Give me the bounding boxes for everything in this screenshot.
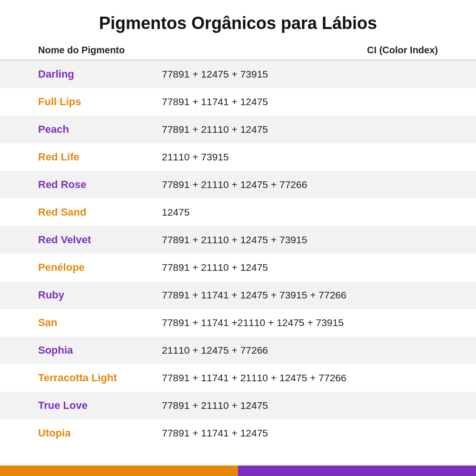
table-row: True Love77891 + 21110 + 12475 <box>0 392 476 419</box>
table-row: Red Life21110 + 73915 <box>0 143 476 171</box>
col1-header: Nome do Pigmento <box>38 45 125 56</box>
table-row: Red Velvet77891 + 21110 + 12475 + 73915 <box>0 226 476 254</box>
ci-value: 77891 + 11741 +21110 + 12475 + 73915 <box>162 317 438 328</box>
footer-purple <box>238 466 476 476</box>
ci-value: 77891 + 21110 + 12475 + 73915 <box>162 234 438 246</box>
ci-value: 77891 + 12475 + 73915 <box>162 69 438 80</box>
ci-value: 77891 + 11741 + 12475 + 73915 + 77266 <box>162 289 438 301</box>
footer-bar <box>0 466 476 476</box>
ci-value: 77891 + 21110 + 12475 <box>162 124 438 135</box>
ci-value: 21110 + 12475 + 77266 <box>162 345 438 356</box>
pigment-name: Red Velvet <box>38 234 162 246</box>
table-row: Peach77891 + 21110 + 12475 <box>0 116 476 143</box>
table-header: Nome do Pigmento CI (Color Index) <box>0 41 476 60</box>
ci-value: 77891 + 21110 + 12475 <box>162 262 438 273</box>
page-container: Pigmentos Orgânicos para Lábios Nome do … <box>0 0 476 476</box>
col2-header: CI (Color Index) <box>367 45 438 56</box>
table-row: San77891 + 11741 +21110 + 12475 + 73915 <box>0 309 476 337</box>
table-row: Penélope77891 + 21110 + 12475 <box>0 254 476 281</box>
pigment-name: Sophia <box>38 344 162 357</box>
pigment-name: Darling <box>38 68 162 80</box>
ci-value: 77891 + 21110 + 12475 <box>162 400 438 411</box>
pigment-name: True Love <box>38 399 162 412</box>
ci-value: 77891 + 11741 + 12475 <box>162 427 438 439</box>
pigment-name: Red Sand <box>38 206 162 218</box>
pigment-table: Darling77891 + 12475 + 73915Full Lips778… <box>0 60 476 466</box>
table-row: Red Sand12475 <box>0 198 476 226</box>
page-title: Pigmentos Orgânicos para Lábios <box>0 0 476 41</box>
table-row: Red Rose77891 + 21110 + 12475 + 77266 <box>0 171 476 198</box>
ci-value: 77891 + 11741 + 12475 <box>162 96 438 108</box>
pigment-name: Ruby <box>38 289 162 301</box>
pigment-name: San <box>38 317 162 329</box>
ci-value: 12475 <box>162 207 438 218</box>
table-row: Sophia21110 + 12475 + 77266 <box>0 337 476 364</box>
ci-value: 77891 + 21110 + 12475 + 77266 <box>162 179 438 190</box>
pigment-name: Utopia <box>38 427 162 439</box>
ci-value: 77891 + 11741 + 21110 + 12475 + 77266 <box>162 372 438 384</box>
table-row: Ruby77891 + 11741 + 12475 + 73915 + 7726… <box>0 281 476 309</box>
ci-value: 21110 + 73915 <box>162 151 438 163</box>
pigment-name: Full Lips <box>38 96 162 108</box>
table-row: Utopia77891 + 11741 + 12475 <box>0 419 476 447</box>
pigment-name: Penélope <box>38 261 162 274</box>
pigment-name: Terracotta Light <box>38 372 162 384</box>
table-row: Darling77891 + 12475 + 73915 <box>0 60 476 88</box>
pigment-name: Peach <box>38 123 162 136</box>
table-row: Full Lips77891 + 11741 + 12475 <box>0 88 476 116</box>
footer-orange <box>0 466 238 476</box>
table-row: Terracotta Light77891 + 11741 + 21110 + … <box>0 364 476 392</box>
pigment-name: Red Rose <box>38 178 162 191</box>
pigment-name: Red Life <box>38 151 162 163</box>
